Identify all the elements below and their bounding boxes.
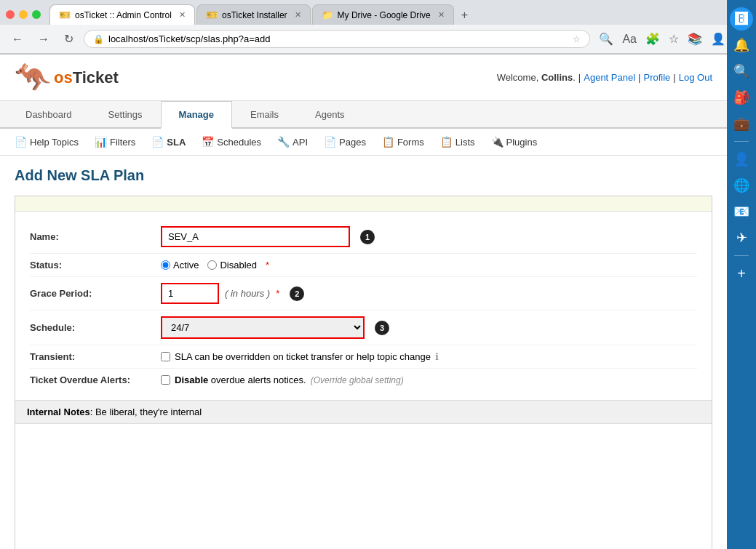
overdue-checkbox-row: Disable overdue alerts notices. (Overrid… bbox=[161, 374, 404, 385]
step-badge-2: 2 bbox=[290, 286, 304, 301]
bell-icon[interactable]: 🔔 bbox=[730, 33, 753, 57]
internal-notes-label: Internal Notes bbox=[27, 406, 90, 417]
status-active-label[interactable]: Active bbox=[161, 260, 199, 271]
transient-checkbox[interactable] bbox=[161, 352, 170, 361]
reader-icon[interactable]: Aa bbox=[619, 30, 640, 49]
tab-settings[interactable]: Settings bbox=[90, 101, 161, 127]
forward-button[interactable]: → bbox=[33, 31, 54, 47]
tab-manage[interactable]: Manage bbox=[161, 101, 232, 129]
status-disabled-radio[interactable] bbox=[207, 260, 217, 270]
status-field: Active Disabled * bbox=[161, 260, 697, 271]
subnav-pages[interactable]: 📄 Pages bbox=[318, 133, 372, 151]
address-input[interactable] bbox=[108, 33, 568, 44]
bing-icon[interactable]: 🅱 bbox=[730, 7, 753, 31]
outlook-icon[interactable]: 📧 bbox=[730, 200, 753, 223]
lock-icon: 🔒 bbox=[93, 34, 104, 44]
address-bar[interactable]: 🔒 ☆ bbox=[84, 30, 590, 48]
profile-icon[interactable]: 👤 bbox=[708, 29, 728, 49]
plugins-icon: 🔌 bbox=[491, 136, 504, 148]
browser-tab-3[interactable]: 📁 My Drive - Google Drive ✕ bbox=[312, 4, 454, 25]
form-row-overdue: Ticket Overdue Alerts: Disable overdue a… bbox=[30, 369, 697, 391]
browser-toolbar: ← → ↻ 🔒 ☆ 🔍 Aa 🧩 ☆ 📚 👤 ⋯ bbox=[0, 25, 756, 54]
schedule-field: 24/7 Mon-Fri 8am-5pm Mon-Fri 9am-6pm 3 bbox=[161, 316, 697, 339]
minimize-window-btn[interactable] bbox=[19, 10, 28, 19]
extensions-icon[interactable]: 🧩 bbox=[642, 29, 663, 49]
tab-emails[interactable]: Emails bbox=[232, 101, 297, 127]
filters-icon: 📊 bbox=[95, 136, 107, 148]
favorites-icon[interactable]: ☆ bbox=[666, 29, 682, 49]
page-content: Add New SLA Plan Name: 1 Status: bbox=[0, 156, 727, 549]
tab1-favicon: 🎫 bbox=[59, 9, 71, 20]
tab-agents[interactable]: Agents bbox=[297, 101, 362, 127]
subnav-plugins-label: Plugins bbox=[506, 137, 538, 148]
tab3-close[interactable]: ✕ bbox=[438, 10, 445, 20]
form-row-grace: Grace Period: ( in hours ) * 2 bbox=[30, 277, 697, 310]
tab2-close[interactable]: ✕ bbox=[295, 10, 301, 20]
back-button[interactable]: ← bbox=[7, 31, 28, 47]
subnav-plugins[interactable]: 🔌 Plugins bbox=[485, 133, 544, 151]
add-icon[interactable]: + bbox=[730, 262, 753, 285]
notes-area[interactable] bbox=[15, 424, 712, 549]
search-icon[interactable]: 🔍 bbox=[596, 29, 616, 49]
tab1-close[interactable]: ✕ bbox=[179, 10, 186, 20]
welcome-text: Welcome, Collins. bbox=[497, 72, 576, 83]
subnav-lists[interactable]: 📋 Lists bbox=[434, 133, 481, 151]
subnav-filters-label: Filters bbox=[110, 137, 135, 148]
name-label: Name: bbox=[30, 231, 161, 242]
browser-tab-1[interactable]: 🎫 osTicket :: Admin Control Panel ✕ bbox=[49, 4, 195, 25]
grace-input[interactable] bbox=[161, 283, 219, 304]
schedule-select[interactable]: 24/7 Mon-Fri 8am-5pm Mon-Fri 9am-6pm bbox=[161, 316, 365, 339]
collections-sidebar-icon[interactable]: 🎒 bbox=[730, 86, 753, 109]
bookmark-icon[interactable]: ☆ bbox=[573, 34, 581, 44]
sla-icon: 📄 bbox=[151, 136, 164, 148]
transient-info-icon: ℹ bbox=[435, 351, 439, 362]
tab2-label: osTicket Installer bbox=[222, 10, 287, 20]
username: Collins bbox=[541, 72, 573, 83]
subnav-lists-label: Lists bbox=[455, 137, 475, 148]
step-badge-3: 3 bbox=[375, 321, 389, 335]
lists-icon: 📋 bbox=[440, 136, 453, 148]
form-body: Name: 1 Status: Active bbox=[15, 212, 712, 400]
status-disabled-label[interactable]: Disabled bbox=[207, 260, 257, 271]
status-active-radio[interactable] bbox=[161, 260, 170, 270]
logout-link[interactable]: Log Out bbox=[679, 72, 712, 83]
browser-tab-2[interactable]: 🎫 osTicket Installer ✕ bbox=[196, 4, 311, 25]
person-icon[interactable]: 👤 bbox=[730, 148, 753, 171]
briefcase-icon[interactable]: 💼 bbox=[730, 112, 753, 135]
new-tab-button[interactable]: + bbox=[455, 6, 474, 25]
subnav-api[interactable]: 🔧 API bbox=[271, 133, 314, 151]
internal-notes-header: Internal Notes: Be liberal, they're inte… bbox=[15, 400, 712, 424]
forms-icon: 📋 bbox=[382, 136, 394, 148]
transient-checkbox-row: SLA can be overridden on ticket transfer… bbox=[161, 351, 439, 362]
overdue-checkbox[interactable] bbox=[161, 375, 170, 385]
globe-icon[interactable]: 🌐 bbox=[730, 174, 753, 197]
toolbar-icons: 🔍 Aa 🧩 ☆ 📚 👤 ⋯ bbox=[596, 29, 749, 49]
app-header: 🦘 osTicket Welcome, Collins. | Agent Pan… bbox=[0, 55, 727, 101]
browser-tab-bar: 🎫 osTicket :: Admin Control Panel ✕ 🎫 os… bbox=[49, 4, 474, 25]
search-sidebar-icon[interactable]: 🔍 bbox=[730, 60, 753, 83]
maximize-window-btn[interactable] bbox=[32, 10, 41, 19]
subnav-help-topics[interactable]: 📄 Help Topics bbox=[9, 133, 84, 151]
subnav-sla[interactable]: 📄 SLA bbox=[146, 133, 191, 151]
name-input[interactable] bbox=[161, 226, 350, 247]
profile-link[interactable]: Profile bbox=[643, 72, 670, 83]
status-active-text: Active bbox=[173, 260, 199, 271]
subnav-filters[interactable]: 📊 Filters bbox=[89, 133, 141, 151]
status-label: Status: bbox=[30, 260, 161, 271]
tab3-label: My Drive - Google Drive bbox=[338, 10, 431, 20]
overdue-override-text: (Override global setting) bbox=[311, 375, 404, 385]
reload-button[interactable]: ↻ bbox=[60, 31, 78, 47]
subnav-help-topics-label: Help Topics bbox=[30, 137, 79, 148]
name-field: 1 bbox=[161, 226, 697, 247]
tab-dashboard[interactable]: Dashboard bbox=[7, 101, 90, 127]
form-row-status: Status: Active Disabled * bbox=[30, 254, 697, 277]
paper-plane-icon[interactable]: ✈ bbox=[730, 226, 753, 249]
agent-panel-link[interactable]: Agent Panel bbox=[584, 72, 635, 83]
separator3: | bbox=[673, 72, 675, 83]
grace-hint-text: ( in hours ) bbox=[225, 288, 270, 299]
collections-icon[interactable]: 📚 bbox=[685, 29, 705, 49]
close-window-btn[interactable] bbox=[6, 10, 15, 19]
subnav-schedules[interactable]: 📅 Schedules bbox=[196, 133, 267, 151]
subnav-forms[interactable]: 📋 Forms bbox=[376, 133, 430, 151]
notes-textarea[interactable] bbox=[23, 431, 704, 540]
